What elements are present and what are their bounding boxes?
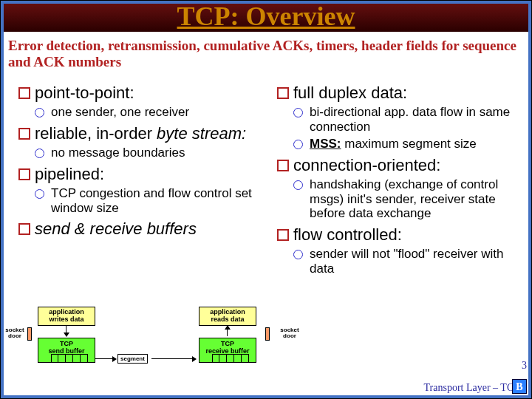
bullet-head: full duplex data:: [293, 83, 407, 102]
slide-subtitle: Error detection, retransmission, cumulat…: [8, 38, 524, 70]
right-column: full duplex data: bi-directional app. da…: [268, 83, 531, 361]
bullet-point-to-point: point-to-point: one sender, one receiver: [18, 83, 262, 120]
mss-rest: maximum segment size: [341, 137, 477, 151]
bullet-head: pipelined:: [35, 165, 104, 183]
bullet-buffers: send & receive buffers: [18, 219, 262, 238]
segment-label: segment: [117, 354, 148, 364]
buffer-diagram: socket door socket door application writ…: [23, 301, 282, 367]
slide: TCP: Overview Error detection, retransmi…: [0, 0, 532, 399]
bullet-head: connection-oriented:: [293, 156, 440, 174]
arrow-down-icon: [66, 326, 66, 336]
sub-bullet: handshaking (exchange of control msgs) i…: [293, 177, 521, 221]
arrow-up-icon: [227, 326, 228, 336]
recv-buffer-cells: [212, 354, 249, 363]
b-badge: B: [512, 379, 527, 394]
bullet-pipelined: pipelined: TCP congestion and flow contr…: [18, 165, 262, 215]
sub-bullet: sender will not "flood" receiver with da…: [293, 247, 521, 276]
socket-door-right-label: socket door: [277, 327, 302, 339]
app-reads-box: application reads data: [199, 307, 256, 326]
sub-bullet-mss: MSS: maximum segment size: [293, 137, 521, 151]
sub-bullet: one sender, one receiver: [35, 105, 262, 120]
arrow-right-icon: [95, 358, 116, 359]
socket-bar-left: [27, 327, 32, 341]
bullet-head: point-to-point:: [35, 83, 134, 102]
slide-title: TCP: Overview: [1, 1, 531, 32]
bullet-head-pre: reliable, in-order: [35, 124, 157, 143]
bullet-head: flow controlled:: [293, 225, 402, 244]
bullet-flow-controlled: flow controlled: sender will not "flood"…: [277, 225, 521, 276]
page-number: 3: [522, 360, 527, 372]
footer-text: Transport Layer – TCP: [424, 382, 520, 394]
bullet-reliable: reliable, in-order byte stream: no messa…: [18, 124, 262, 160]
socket-bar-right: [265, 327, 270, 341]
send-buffer-cells: [51, 354, 88, 363]
bullet-head: send & receive buffers: [35, 219, 197, 238]
bullet-head-em: byte stream:: [157, 124, 246, 143]
sub-bullet: TCP congestion and flow control set wind…: [35, 186, 262, 215]
app-writes-box: application writes data: [38, 307, 95, 326]
sub-bullet: bi-directional app. data flow in same co…: [293, 105, 521, 134]
arrow-right-icon: [151, 358, 196, 359]
sub-bullet: no message boundaries: [35, 146, 262, 160]
mss-term: MSS:: [310, 137, 341, 151]
bullet-full-duplex: full duplex data: bi-directional app. da…: [277, 83, 521, 151]
bullet-connection-oriented: connection-oriented: handshaking (exchan…: [277, 156, 521, 221]
socket-door-left-label: socket door: [2, 327, 27, 339]
